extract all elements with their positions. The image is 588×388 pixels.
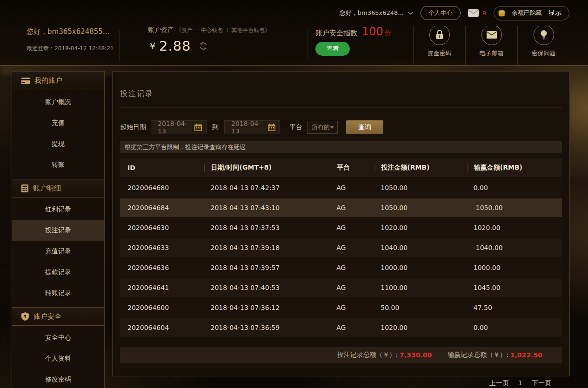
caret-down-icon <box>330 126 334 129</box>
cell-winloss-amount: 1045.00 <box>467 284 562 291</box>
account-assets-block: 账户资产 (资产 = 中心钱包 + 其他平台钱包) ￥ 2.88 <box>148 26 267 54</box>
view-security-button[interactable]: 查看 <box>315 42 350 56</box>
prev-page-button[interactable]: 上一页 <box>489 379 509 388</box>
delay-notice: 根据第三方平台限制，投注记录查询存在延迟 <box>120 141 562 153</box>
shortcut-email[interactable]: 电子邮箱 <box>465 26 517 65</box>
sidebar-section-title: 我的账户 <box>34 76 62 85</box>
sidebar-header-my-account[interactable]: 我的账户 <box>12 72 104 90</box>
to-label: 到 <box>212 123 219 132</box>
sidebar-section-account-security: 账户安全 安全中心 个人资料 修改密码 <box>12 307 104 388</box>
sidebar-nav: 我的账户 账户概况 充值 提现 转账 账户明细 红利记录 投注记录 充值记录 提… <box>12 71 105 388</box>
page-title: 投注记录 <box>120 89 562 108</box>
cell-winloss-amount: 1000.00 <box>467 264 562 271</box>
user-menu-trigger[interactable]: 您好，bm365x6248... <box>340 9 413 17</box>
totals-bar: 投注记录总额（￥）: 7,330.00 输赢记录总额（￥）: 1,022.50 <box>120 347 562 363</box>
column-header-id: ID <box>120 164 204 172</box>
cell-id: 2020064600 <box>120 304 204 311</box>
mail-icon <box>468 9 479 17</box>
header-divider <box>119 30 120 61</box>
sidebar-item-bonus-records[interactable]: 红利记录 <box>12 199 104 220</box>
shield-icon <box>21 312 29 321</box>
security-score: 100 <box>362 26 383 38</box>
cell-platform: AG <box>330 244 374 251</box>
search-button[interactable]: 查询 <box>346 120 383 134</box>
cell-datetime: 2018-04-13 07:40:53 <box>204 284 330 291</box>
assets-label: 账户资产 <box>148 26 174 33</box>
refresh-icon[interactable] <box>199 41 208 51</box>
cell-datetime: 2018-04-13 07:37:53 <box>204 224 330 231</box>
sidebar-item-betting-records[interactable]: 投注记录 <box>12 220 104 241</box>
sidebar-header-account-security[interactable]: 账户安全 <box>12 307 104 326</box>
shortcut-security-question[interactable]: 密保问题 <box>517 26 569 65</box>
table-row: 2020064636 2018-04-13 07:39:57 AG 1000.0… <box>120 258 562 277</box>
cell-platform: AG <box>330 224 374 231</box>
sidebar-item-deposit[interactable]: 充值 <box>12 112 104 133</box>
calendar-icon[interactable] <box>194 124 202 131</box>
cell-bet-amount: 1020.00 <box>374 324 467 331</box>
calendar-icon[interactable] <box>268 124 275 131</box>
header-divider <box>307 30 307 61</box>
current-page[interactable]: 1 <box>518 379 522 388</box>
end-date-input[interactable]: 2018-04-13 <box>224 120 280 134</box>
sidebar-section-title: 账户安全 <box>33 312 61 321</box>
mail-icon <box>481 26 502 45</box>
sidebar-item-withdraw[interactable]: 提现 <box>12 133 104 154</box>
cell-datetime: 2018-04-13 07:36:12 <box>204 304 330 311</box>
cell-bet-amount: 1000.00 <box>374 264 467 271</box>
table-row: 2020064641 2018-04-13 07:40:53 AG 1100.0… <box>120 278 562 297</box>
column-header-winloss-amount: 输赢金额(RMB) <box>467 164 562 172</box>
sidebar-item-transfer[interactable]: 转账 <box>12 154 104 175</box>
cell-bet-amount: 1040.00 <box>374 244 467 251</box>
column-header-datetime: 日期/时间(GMT+8) <box>204 164 330 172</box>
platform-select-value: 所有的 <box>312 123 330 132</box>
cell-datetime: 2018-04-13 07:39:57 <box>204 264 330 271</box>
start-date-input[interactable]: 2018-04-13 <box>151 120 207 134</box>
table-header-row: ID 日期/时间(GMT+8) 平台 投注金额(RMB) 输赢金额(RMB) <box>120 158 562 177</box>
pagination: 上一页 1 下一页 <box>489 379 551 388</box>
sidebar-section-title: 账户明细 <box>33 184 61 193</box>
chevron-down-icon <box>408 12 413 15</box>
account-summary-header: 您好，bm365x624855... 最近登录：2018-04-12 12:48… <box>0 26 588 66</box>
account-greeting: 您好，bm365x624855... <box>27 27 114 36</box>
lock-icon <box>429 26 450 45</box>
sidebar-header-account-details[interactable]: 账户明细 <box>12 179 104 197</box>
table-row: 2020064684 2018-04-13 07:43:10 AG 1050.0… <box>120 198 562 217</box>
cell-platform: AG <box>330 324 374 331</box>
sidebar-item-personal-profile[interactable]: 个人资料 <box>12 348 104 369</box>
sidebar-section-account-details: 账户明细 红利记录 投注记录 充值记录 提款记录 转账记录 <box>12 179 104 307</box>
personal-center-button[interactable]: 个人中心 <box>421 6 461 20</box>
cell-id: 2020064636 <box>120 264 204 271</box>
account-balance: 2.88 <box>159 38 191 54</box>
bet-total-label: 投注记录总额（￥）: <box>337 351 398 359</box>
next-page-button[interactable]: 下一页 <box>532 379 551 388</box>
cell-winloss-amount: 47.50 <box>467 304 562 311</box>
sidebar-item-transfer-records[interactable]: 转账记录 <box>12 283 104 303</box>
balance-hidden-label: 余额已隐藏 <box>512 9 542 17</box>
security-score-unit: 分 <box>385 29 391 38</box>
cell-id: 2020064641 <box>120 284 204 291</box>
security-shortcuts: 资金密码 电子邮箱 密保问题 <box>413 26 569 65</box>
cell-winloss-amount: -1040.00 <box>467 244 562 251</box>
platform-select[interactable]: 所有的 <box>307 121 338 134</box>
show-balance-button[interactable]: 显示 <box>548 9 561 17</box>
sidebar-item-account-overview[interactable]: 账户概况 <box>12 92 104 112</box>
column-header-platform: 平台 <box>330 164 374 172</box>
shortcut-funds-password[interactable]: 资金密码 <box>413 26 465 65</box>
filter-bar: 起始日期 2018-04-13 到 2018-04-13 平台 所有的 查询 <box>120 120 562 134</box>
table-row: 2020064633 2018-04-13 07:39:18 AG 1040.0… <box>120 238 562 257</box>
currency-symbol: ￥ <box>148 40 157 53</box>
sidebar-item-security-center[interactable]: 安全中心 <box>12 327 104 348</box>
last-login: 最近登录：2018-04-12 12:48:21 <box>27 45 114 53</box>
top-bar: 您好，bm365x6248... 个人中心 8 余额已隐藏 显示 <box>0 0 588 26</box>
table-row: 2020064630 2018-04-13 07:37:53 AG 1020.0… <box>120 218 562 237</box>
column-header-bet-amount: 投注金额(RMB) <box>374 164 467 172</box>
cell-bet-amount: 1100.00 <box>374 284 467 291</box>
cell-winloss-amount: 1020.00 <box>467 224 562 231</box>
sidebar-item-change-password[interactable]: 修改密码 <box>12 369 104 388</box>
sidebar-item-withdrawal-records[interactable]: 提款记录 <box>12 262 104 283</box>
sidebar-item-deposit-records[interactable]: 充值记录 <box>12 241 104 262</box>
mail-button[interactable]: 8 <box>468 9 486 17</box>
end-date-value: 2018-04-13 <box>231 120 268 135</box>
cell-datetime: 2018-04-13 07:42:37 <box>204 184 330 191</box>
cell-datetime: 2018-04-13 07:36:59 <box>204 324 330 331</box>
